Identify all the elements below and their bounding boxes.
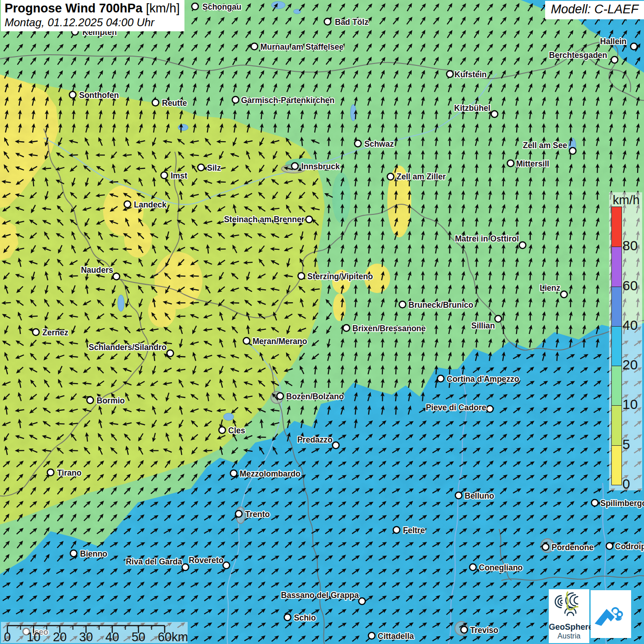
svg-text:Bienno: Bienno (80, 549, 107, 558)
svg-text:60km: 60km (158, 630, 188, 643)
city-bozen-bolzano: Bozen/Bolzano (277, 392, 344, 401)
svg-text:Innsbruck: Innsbruck (301, 162, 340, 171)
svg-text:Bormio: Bormio (97, 396, 125, 405)
svg-text:Cles: Cles (228, 426, 245, 435)
legend-color-60 (612, 247, 621, 286)
city-mezzolombardo: Mezzolombardo (230, 469, 300, 478)
city-sterzing-vipiteno: Sterzing/Vipiteno (298, 272, 373, 281)
map-scale-bar: 0102030405060km (1, 622, 188, 643)
legend-color-5 (612, 405, 621, 445)
svg-text:Sterzing/Vipiteno: Sterzing/Vipiteno (307, 272, 373, 281)
geosphere-logo-box: GeoSphere Austria (549, 589, 589, 643)
svg-text:30: 30 (79, 630, 93, 643)
svg-text:Bassano del Grappa: Bassano del Grappa (281, 591, 359, 600)
svg-text:Matrei in Osttirol: Matrei in Osttirol (455, 234, 519, 243)
svg-text:Mittersill: Mittersill (516, 159, 549, 168)
city-bruneck-brunico: Bruneck/Brunico (399, 300, 473, 310)
svg-text:50: 50 (132, 630, 145, 643)
svg-text:40: 40 (105, 630, 119, 643)
svg-text:Zernez: Zernez (42, 328, 69, 337)
city-brixen-bressanone: Brixen/Bressanone (343, 324, 426, 333)
svg-text:Brixen/Bressanone: Brixen/Bressanone (352, 324, 426, 333)
svg-text:Bozen/Bolzano: Bozen/Bolzano (286, 392, 344, 401)
legend-value: 20 (622, 357, 638, 373)
svg-text:Murnau am Staffelsee: Murnau am Staffelsee (260, 42, 344, 52)
svg-text:Treviso: Treviso (470, 626, 498, 635)
title-text: Prognose Wind 700hPa (5, 1, 143, 15)
svg-text:Nauders: Nauders (81, 265, 113, 275)
city-imst: Imst (161, 171, 187, 180)
legend-color-80 (612, 207, 621, 247)
city-meran-merano: Meran/Merano (243, 337, 307, 346)
svg-text:Tirano: Tirano (57, 468, 81, 477)
svg-text:Silz: Silz (207, 163, 221, 172)
legend-value: 40 (622, 317, 638, 333)
svg-text:Rovereto: Rovereto (189, 556, 224, 565)
svg-text:Schio: Schio (294, 613, 316, 622)
legend-unit-label: km/h (613, 193, 640, 207)
wind-forecast-page: { "header": { "title": "Prognose Wind 70… (0, 0, 644, 644)
city-murnau-am-staffelsee: Murnau am Staffelsee (251, 42, 344, 52)
svg-text:Cortina d'Ampezzo: Cortina d'Ampezzo (447, 374, 519, 384)
legend-value: 10 (622, 397, 638, 412)
svg-text:Lienz: Lienz (540, 283, 560, 293)
svg-text:Conegliano: Conegliano (479, 563, 523, 572)
legend-color-10 (612, 366, 621, 405)
svg-text:Sonthofen: Sonthofen (79, 91, 119, 100)
svg-text:Codroipo: Codroipo (615, 542, 644, 551)
title-unit: [km/h] (143, 1, 180, 15)
legend-color-0 (612, 445, 621, 485)
model-label: Modell: C-LAEF (545, 1, 644, 19)
svg-text:Kufstein: Kufstein (454, 70, 487, 79)
partner-logo-box (591, 590, 631, 638)
svg-text:Schwaz: Schwaz (364, 139, 394, 149)
svg-text:Pieve di Cadore: Pieve di Cadore (426, 403, 487, 412)
city-cortina-d-ampezzo: Cortina d'Ampezzo (437, 374, 519, 384)
svg-text:Feltre: Feltre (403, 526, 425, 535)
legend-color-20 (612, 326, 621, 366)
svg-text:Spilimbergo: Spilimbergo (600, 499, 644, 508)
svg-text:Reutte: Reutte (162, 98, 187, 108)
svg-text:Sillian: Sillian (471, 321, 495, 330)
svg-text:Pordenone: Pordenone (552, 543, 594, 552)
svg-text:Schlanders/Silandro: Schlanders/Silandro (89, 343, 167, 352)
city-cles: Cles (219, 426, 245, 435)
legend-color-bar (611, 207, 622, 485)
legend-value: 80 (622, 238, 638, 253)
wind-map: SchongauBad TölzKemptenMurnau am Staffel… (0, 0, 644, 644)
svg-text:Mezzolombardo: Mezzolombardo (240, 469, 300, 478)
svg-text:Predazzo: Predazzo (297, 435, 333, 444)
svg-text:Hallein: Hallein (600, 37, 627, 46)
color-legend: km/h 806040201050 (609, 192, 642, 490)
svg-text:20: 20 (53, 630, 67, 643)
svg-text:Bad Tölz: Bad Tölz (335, 17, 368, 27)
svg-text:Garmisch-Partenkirchen: Garmisch-Partenkirchen (241, 96, 334, 105)
svg-text:Berchtesgaden: Berchtesgaden (549, 51, 607, 60)
legend-color-40 (612, 287, 621, 326)
svg-text:Trento: Trento (245, 510, 270, 519)
svg-text:Schongau: Schongau (202, 2, 242, 12)
city-silz: Silz (198, 163, 221, 172)
svg-text:Cittadella: Cittadella (378, 632, 414, 641)
svg-text:Riva del Garda: Riva del Garda (126, 557, 182, 566)
city-garmisch-partenkirchen: Garmisch-Partenkirchen (232, 96, 334, 105)
svg-text:0: 0 (4, 630, 11, 643)
svg-text:Landeck: Landeck (134, 200, 167, 209)
legend-value: 0 (622, 476, 630, 492)
svg-text:Kitzbühel: Kitzbühel (454, 104, 490, 113)
svg-text:Zell am See: Zell am See (523, 141, 568, 150)
svg-text:Steinach am Brenner: Steinach am Brenner (224, 215, 305, 224)
mountain-cloud-icon (592, 593, 629, 635)
geosphere-country: Austria (549, 632, 589, 640)
svg-text:Imst: Imst (171, 171, 187, 180)
geosphere-name: GeoSphere (549, 622, 589, 632)
svg-text:Belluno: Belluno (465, 491, 494, 500)
legend-value: 5 (622, 437, 630, 452)
legend-value: 60 (622, 278, 638, 293)
svg-text:Zell am Ziller: Zell am Ziller (397, 172, 446, 181)
svg-text:10: 10 (27, 630, 40, 643)
title-box: Prognose Wind 700hPa [km/h] Montag, 01.1… (1, 0, 184, 31)
city-steinach-am-brenner: Steinach am Brenner (224, 215, 312, 224)
geosphere-logo-icon (551, 589, 587, 621)
page-title: Prognose Wind 700hPa [km/h] (5, 1, 180, 16)
